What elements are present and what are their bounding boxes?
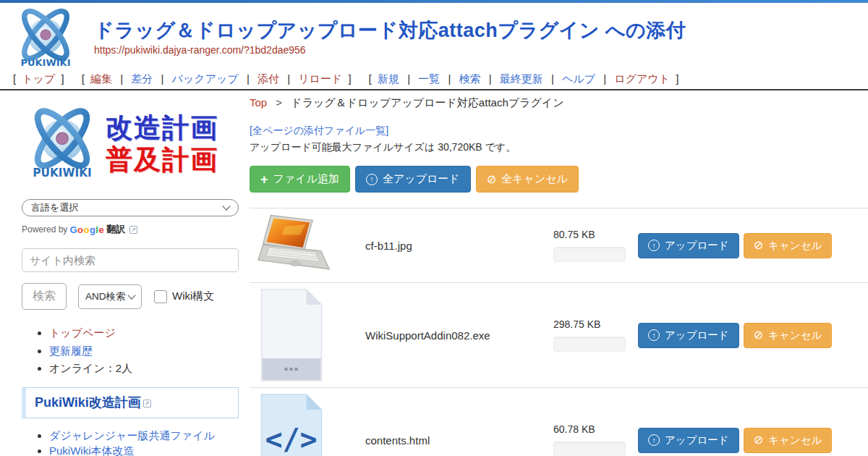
nav-link-logout[interactable]: ログアウト — [614, 72, 670, 85]
upload-progress-bar — [553, 337, 626, 352]
nav-link-new[interactable]: 新規 — [378, 72, 399, 85]
list-item: 更新履歴 — [49, 343, 239, 360]
chevron-down-icon — [127, 291, 135, 299]
upload-progress-bar — [553, 442, 626, 456]
pipe: | — [489, 72, 492, 85]
upload-button[interactable]: ↑ アップロード — [638, 428, 739, 453]
sidebar: PUKIWIKI 改造計画 普及計画 言語を選択 Powered by Goog… — [22, 98, 239, 456]
sidebar-banner[interactable]: PUKIWIKI 改造計画 普及計画 — [22, 98, 239, 190]
svg-text:</>: </> — [265, 423, 317, 456]
ban-circle-icon: ⊘ — [754, 240, 763, 250]
nav-link-list[interactable]: 一覧 — [418, 72, 440, 85]
language-select-value: 言語を選択 — [31, 201, 78, 214]
powered-by-label: Powered by — [22, 224, 67, 235]
ban-circle-icon: ⊘ — [487, 174, 496, 185]
laptop-photo-thumbnail — [257, 214, 333, 277]
file-thumbnail — [250, 288, 365, 382]
breadcrumb-home-link[interactable]: Top — [250, 96, 267, 109]
file-size-cell: 60.78 KB — [553, 423, 638, 456]
cancel-button[interactable]: ⊘ キャンセル — [744, 233, 833, 258]
search-mode-select[interactable]: AND検索 — [78, 284, 142, 309]
language-select[interactable]: 言語を選択 — [22, 199, 239, 216]
add-files-label: ファイル追加 — [273, 172, 339, 186]
file-name: WikiSupportAddin082.exe — [365, 329, 553, 342]
upload-toolbar: + ファイル追加 ↑ 全アップロード ⊘ 全キャンセル — [250, 166, 868, 193]
cancel-button[interactable]: ⊘ キャンセル — [744, 323, 833, 348]
external-link-icon: ↗ — [143, 400, 151, 408]
circle-arrow-up-icon: ↑ — [648, 240, 660, 251]
pipe: | — [161, 72, 164, 85]
pipe: | — [603, 72, 606, 85]
nav-link-edit[interactable]: 編集 — [90, 72, 112, 85]
search-controls: 検索 AND検索 Wiki構文 — [22, 283, 239, 310]
nav-link-search[interactable]: 検索 — [459, 72, 480, 85]
nav-separator — [0, 89, 868, 90]
plus-icon: + — [260, 174, 268, 185]
cancel-button[interactable]: ⊘ キャンセル — [744, 428, 833, 453]
file-name: cf-b11.jpg — [365, 240, 553, 252]
sidebar-link-update-history[interactable]: 更新履歴 — [49, 345, 93, 357]
upload-all-label: 全アップロード — [383, 172, 460, 186]
upload-button[interactable]: ↑ アップロード — [638, 323, 739, 348]
pipe: | — [448, 72, 451, 85]
file-size: 60.78 KB — [553, 423, 638, 435]
nav-link-help[interactable]: ヘルプ — [562, 72, 595, 85]
pipe: | — [551, 72, 554, 85]
nav-group-page-actions: [ 編集 | 差分 | バックアップ | 添付 | リロード ] — [79, 72, 354, 86]
pukiwiki-logo[interactable]: PUKIWIKI — [9, 6, 82, 75]
external-link-icon: ↗ — [129, 226, 137, 234]
google-logo: Google — [69, 224, 104, 235]
page-title: ドラッグ＆ドロップアップロード対応attachプラグイン への添付 — [94, 3, 868, 43]
file-thumbnail: </> — [250, 393, 365, 456]
nav-link-diff[interactable]: 差分 — [131, 72, 153, 85]
upload-button[interactable]: ↑ アップロード — [638, 233, 739, 258]
page-url-link[interactable]: https://pukiwiki.dajya-ranger.com/?1bd2d… — [94, 44, 306, 56]
cancel-all-button[interactable]: ⊘ 全キャンセル — [476, 166, 579, 193]
site-search-input[interactable] — [22, 248, 239, 272]
file-actions: ↑ アップロード ⊘ キャンセル — [638, 233, 832, 258]
add-files-button[interactable]: + ファイル追加 — [250, 166, 350, 193]
file-size: 298.75 KB — [553, 318, 638, 330]
cancel-label: キャンセル — [768, 434, 822, 447]
svg-text:PUKIWIKI: PUKIWIKI — [33, 166, 92, 180]
main-content: Top > ドラッグ＆ドロップアップロード対応attachプラグイン [全ページ… — [250, 96, 868, 456]
sidebar-bottom-links: ダジャレンジャー版共通ファイル PukiWiki本体改造 PukiWikiテキス… — [22, 428, 239, 456]
banner-line-fukyuu: 普及計画 — [106, 144, 218, 176]
online-status: オンライン：2人 — [49, 360, 239, 377]
search-button[interactable]: 検索 — [22, 283, 67, 310]
upload-all-button[interactable]: ↑ 全アップロード — [355, 166, 471, 193]
sidebar-top-links: トップページ 更新履歴 オンライン：2人 — [22, 325, 239, 377]
nav-link-reload[interactable]: リロード — [298, 72, 342, 85]
sidebar-link-toppage[interactable]: トップページ — [49, 326, 116, 339]
cancel-all-label: 全キャンセル — [501, 172, 568, 186]
bracket: ] — [676, 72, 678, 85]
sidebar-link-common-files[interactable]: ダジャレンジャー版共通ファイル — [49, 429, 215, 442]
file-row: cf-b11.jpg 80.75 KB ↑ アップロード ⊘ キャンセル — [250, 208, 868, 282]
sidebar-link-core-mod[interactable]: PukiWiki本体改造 — [49, 444, 135, 456]
nav-link-recent[interactable]: 最終更新 — [500, 72, 543, 85]
list-item: ダジャレンジャー版共通ファイル — [49, 428, 239, 443]
sidebar-link-pukiwiki-kaizou[interactable]: PukiWiki改造計画 — [35, 395, 141, 410]
wiki-syntax-label: Wiki構文 — [172, 290, 214, 303]
translate-label: 翻訳 — [106, 223, 125, 236]
upload-label: アップロード — [665, 329, 729, 342]
file-actions: ↑ アップロード ⊘ キャンセル — [638, 428, 832, 453]
code-file-icon: </> — [257, 393, 326, 456]
atom-logo-icon: PUKIWIKI — [22, 101, 103, 187]
ban-circle-icon: ⊘ — [754, 435, 763, 445]
nav-link-backup[interactable]: バックアップ — [172, 72, 239, 85]
pipe: | — [120, 72, 123, 85]
wiki-syntax-checkbox[interactable] — [154, 290, 167, 303]
nav-link-attach[interactable]: 添付 — [258, 72, 279, 85]
bracket: [ — [369, 72, 372, 85]
all-attachments-link[interactable]: [全ページの添付ファイル一覧] — [250, 124, 388, 138]
header: PUKIWIKI ドラッグ＆ドロップアップロード対応attachプラグイン への… — [0, 3, 868, 69]
bracket: ] — [348, 72, 351, 85]
upload-label: アップロード — [665, 434, 729, 447]
svg-text:PUKIWIKI: PUKIWIKI — [20, 57, 70, 68]
file-row: </> contents.html 60.78 KB ↑ アップロード ⊘ キャ… — [250, 387, 868, 456]
file-size-cell: 80.75 KB — [553, 229, 638, 262]
upload-queue: cf-b11.jpg 80.75 KB ↑ アップロード ⊘ キャンセル — [250, 208, 868, 456]
upload-progress-bar — [553, 247, 626, 262]
max-upload-size-text: アップロード可能最大ファイルサイズは 30,720KB です。 — [250, 141, 868, 154]
